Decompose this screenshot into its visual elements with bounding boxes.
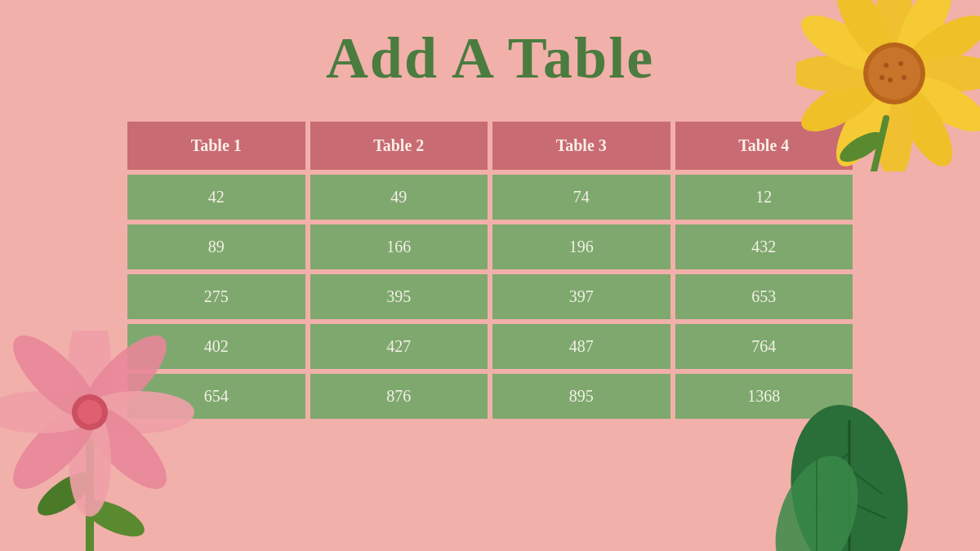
cell-r2-c0: 275 xyxy=(127,274,305,319)
data-table-container: Table 1 Table 2 Table 3 Table 4 42497412… xyxy=(122,117,858,424)
svg-point-15 xyxy=(898,61,903,66)
svg-point-33 xyxy=(78,400,102,424)
table-row: 402427487764 xyxy=(127,324,853,369)
pink-flower-decoration xyxy=(0,331,196,551)
col-header-1: Table 1 xyxy=(127,122,305,170)
col-header-2: Table 2 xyxy=(310,122,488,170)
cell-r2-c3: 653 xyxy=(675,274,853,319)
table-row: 275395397653 xyxy=(127,274,853,319)
cell-r3-c3: 764 xyxy=(675,324,853,369)
cell-r1-c2: 196 xyxy=(492,224,670,269)
cell-r0-c3: 12 xyxy=(675,175,853,220)
cell-r4-c1: 876 xyxy=(310,374,488,419)
table-row: 89166196432 xyxy=(127,224,853,269)
cell-r3-c2: 487 xyxy=(492,324,670,369)
cell-r1-c0: 89 xyxy=(127,224,305,269)
svg-point-18 xyxy=(880,75,884,80)
data-table: Table 1 Table 2 Table 3 Table 4 42497412… xyxy=(122,117,858,424)
col-header-3: Table 3 xyxy=(492,122,670,170)
cell-r2-c2: 397 xyxy=(492,274,670,319)
svg-point-17 xyxy=(902,75,906,80)
cell-r2-c1: 395 xyxy=(310,274,488,319)
cell-r0-c2: 74 xyxy=(492,175,670,220)
table-row: 42497412 xyxy=(127,175,853,220)
cell-r0-c0: 42 xyxy=(127,175,305,220)
table-row: 6548768951368 xyxy=(127,374,853,419)
cell-r1-c3: 432 xyxy=(675,224,853,269)
leaves-decoration xyxy=(768,388,931,551)
cell-r0-c1: 49 xyxy=(310,175,488,220)
cell-r4-c2: 895 xyxy=(492,374,670,419)
svg-point-16 xyxy=(888,78,893,82)
cell-r3-c1: 427 xyxy=(310,324,488,369)
sunflower-decoration xyxy=(796,0,980,171)
svg-point-13 xyxy=(868,47,920,100)
cell-r1-c1: 166 xyxy=(310,224,488,269)
page: Add A Table Table 1 Table 2 Table 3 Tabl… xyxy=(0,0,980,551)
table-header-row: Table 1 Table 2 Table 3 Table 4 xyxy=(127,122,853,170)
svg-point-14 xyxy=(884,63,889,68)
